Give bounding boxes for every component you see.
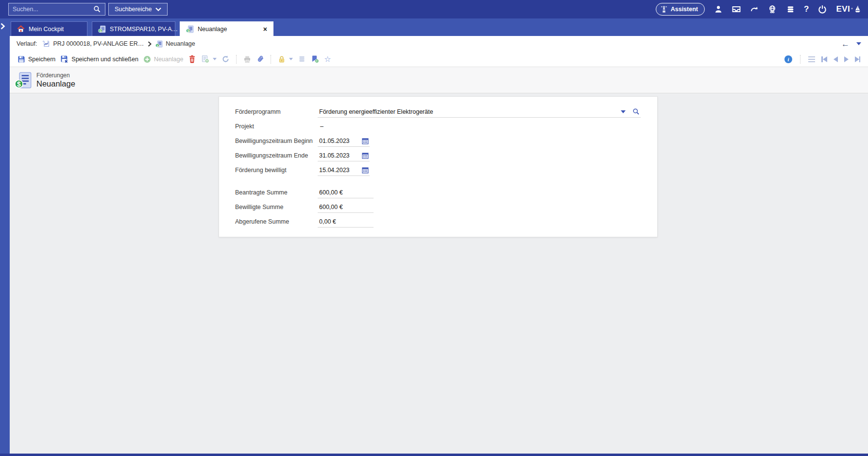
field-label: Beantragte Summe [235,189,318,196]
save-icon [17,55,25,63]
field-value: 0,00 € [319,218,336,225]
project-chart-icon [42,40,50,48]
foerderprogramm-field[interactable]: Förderung energieeffizienter Elektrogerä… [318,106,641,118]
field-label: Bewilligte Summe [235,204,318,210]
svg-text:$: $ [187,29,189,33]
search-input[interactable] [13,6,93,13]
save-close-icon [60,55,68,63]
lock-icon[interactable] [277,55,286,63]
first-record-icon [821,56,827,62]
form-spacer [235,177,657,185]
lookup-dropdown-icon[interactable] [621,110,626,113]
breadcrumb-label: PRJ 0000018, PV-ANLAGE ER… [53,40,144,47]
sidebar-strip [0,18,10,454]
tab-label: Neuanlage [198,26,227,33]
redo-icon[interactable] [750,5,759,14]
field-value: 600,00 € [319,204,343,210]
power-icon[interactable] [818,5,827,14]
form-row-foerderprogramm: Förderprogramm Förderung energieeffizien… [235,105,657,119]
web-services-icon[interactable] [768,5,777,14]
favorite-star-icon[interactable]: ☆ [324,55,331,63]
info-icon[interactable]: i [784,55,792,63]
form-row-projekt: Projekt – [235,119,657,134]
attachment-icon[interactable] [256,55,264,63]
brand-mark: ° [851,7,853,12]
database-icon[interactable] [786,5,795,14]
brand-text: EVI [836,4,850,14]
print-icon [243,55,251,63]
breadcrumb: Verlauf: PRJ 0000018, PV-ANLAGE ER… $ Ne… [10,36,868,52]
tab-neuanlage[interactable]: $ Neuanlage × [180,21,273,36]
previous-record-icon [834,56,838,62]
form-row-abgerufene-summe: Abgerufene Summe 0,00 € [235,214,657,229]
save-button[interactable]: Speichern [17,55,55,63]
help-icon[interactable]: ? [804,4,809,14]
close-icon[interactable]: × [263,26,267,33]
field-label: Bewilligungszeitraum Ende [235,152,318,159]
user-icon[interactable] [714,5,723,14]
menu-icon [808,56,815,62]
tab-mein-cockpit[interactable]: Mein Cockpit [11,21,87,36]
inbox-icon[interactable] [732,5,741,14]
search-icon[interactable] [93,5,101,13]
sailboat-icon [854,5,861,14]
foerderung-bewilligt-field[interactable]: 15.04.2023 [318,164,370,176]
brand-logo: EVI° [836,4,861,14]
search-scopes-button[interactable]: Suchbereiche [108,3,168,16]
plus-circle-icon [143,55,151,63]
search-scopes-label: Suchbereiche [115,6,152,13]
doc-dollar-icon: $ [155,40,163,48]
field-value: 01.05.2023 [319,138,350,144]
search-box[interactable] [8,3,105,16]
calendar-icon[interactable] [362,138,369,144]
breadcrumb-item-project[interactable]: PRJ 0000018, PV-ANLAGE ER… [42,40,144,48]
calendar-icon[interactable] [362,167,369,174]
history-back-icon[interactable]: ← [841,40,850,48]
save-and-close-button[interactable]: Speichern und schließen [60,55,138,63]
last-record-icon [855,56,861,62]
next-record-icon [844,56,849,62]
refresh-icon [221,55,230,63]
field-label: Bewilligungszeitraum Beginn [235,138,318,144]
new-record-button: Neuanlage [143,55,183,63]
abgerufene-summe-field[interactable]: 0,00 € [318,216,374,228]
bewilligungszeitraum-beginn-field[interactable]: 01.05.2023 [318,135,370,147]
copy-record-icon [201,55,209,63]
field-value: 600,00 € [319,189,343,196]
field-label: Abgerufene Summe [235,218,318,225]
beantragte-summe-field[interactable]: 600,00 € [318,187,374,198]
bookmark-add-icon[interactable] [311,55,319,63]
top-bar: Suchbereiche Assistent ? [0,0,868,18]
divider [271,55,271,64]
bewilligte-summe-field[interactable]: 600,00 € [318,201,374,213]
lookup-search-icon[interactable] [632,108,640,115]
svg-text:$: $ [99,29,101,33]
svg-text:$: $ [17,80,21,88]
breadcrumb-label: Neuanlage [166,40,195,47]
expand-sidebar-icon[interactable] [0,23,10,30]
chevron-right-icon [148,41,152,47]
page-header: $ Förderungen Neuanlage [10,67,868,93]
calendar-icon[interactable] [362,152,369,159]
history-dropdown-icon[interactable] [856,42,861,45]
lock-dropdown-icon[interactable] [289,58,293,60]
chevron-down-icon [155,7,161,11]
field-label: Projekt [235,123,318,130]
form-row-bewilligung-beginn: Bewilligungszeitraum Beginn 01.05.2023 [235,134,657,148]
topbar-actions: Assistent ? EVI° [656,3,861,16]
assistant-button[interactable]: Assistent [656,3,705,16]
tab-stromspar10[interactable]: $ STROMSPAR10, PV-A… × [92,21,175,36]
breadcrumb-item-neuanlage[interactable]: $ Neuanlage [155,40,195,48]
field-label: Förderprogramm [235,108,318,115]
bottom-strip [0,454,868,456]
page-category: Förderungen [36,72,75,79]
lighthouse-icon [661,5,667,13]
tab-bar: Mein Cockpit $ STROMSPAR10, PV-A… × $ Ne… [0,18,868,36]
delete-icon[interactable] [188,55,196,63]
assistant-label: Assistent [671,6,698,13]
bewilligungszeitraum-ende-field[interactable]: 31.05.2023 [318,150,370,161]
page-title: Neuanlage [36,79,75,88]
tab-label: STROMSPAR10, PV-A… [110,26,178,33]
home-icon [17,25,25,33]
tab-label: Mein Cockpit [29,26,64,33]
